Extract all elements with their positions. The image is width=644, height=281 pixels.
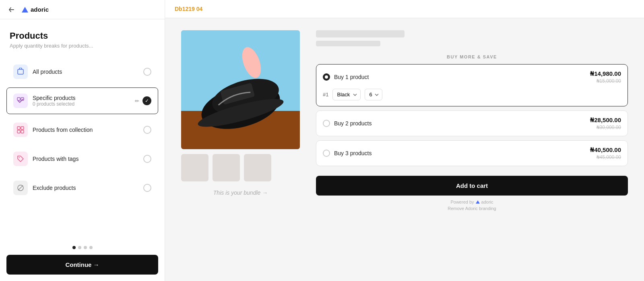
collection-icon (13, 123, 28, 137)
bundle-original-price-3: ₦45,000.00 (597, 154, 621, 160)
specific-products-sublabel: 0 products selected (33, 101, 130, 107)
tags-radio[interactable] (143, 155, 151, 163)
bundle-option-2[interactable]: Buy 2 products ₦28,500.00 ₦30,000.00 (316, 110, 628, 136)
product-name-skeleton (316, 30, 405, 37)
back-button[interactable] (6, 4, 18, 15)
sidebar-item-all-products[interactable]: All products (6, 58, 158, 85)
product-preview: This is your bundle → BUY MORE & SAVE Bu… (165, 18, 644, 223)
bundle-label-2: Buy 2 products (334, 120, 372, 127)
dot-2 (78, 246, 81, 249)
main-product-image (181, 30, 300, 149)
sidebar-subtitle: Apply quantity breaks for products... (10, 43, 155, 49)
buy-more-header: BUY MORE & SAVE (316, 54, 628, 59)
check-icon: ✓ (142, 96, 151, 105)
adoric-mini-logo-icon (476, 200, 480, 204)
logo-icon (22, 7, 28, 12)
bundle-option-1[interactable]: Buy 1 product ₦14,980.00 ₦15,000.00 #1 B… (316, 64, 628, 106)
bundle-radio-1[interactable] (323, 73, 330, 81)
preview-bar: Db1219 04 (165, 0, 644, 18)
collection-radio[interactable] (143, 126, 151, 134)
edit-icon[interactable]: ✏ (135, 98, 139, 104)
specific-products-icon (13, 94, 28, 108)
product-price-skeleton (316, 41, 380, 46)
exclude-radio[interactable] (143, 184, 151, 192)
collection-label: Products from collection (33, 127, 138, 133)
bundle-original-price-1: ₦15,000.00 (597, 78, 621, 84)
color-select[interactable]: Black White Blue (332, 89, 361, 100)
bundle-price-area-3: ₦40,500.00 ₦45,000.00 (590, 146, 621, 160)
dot-1 (72, 246, 76, 249)
bundle-original-price-2: ₦30,000.00 (597, 125, 621, 130)
dot-4 (89, 246, 93, 249)
bundle-text: This is your bundle → (181, 189, 300, 196)
svg-rect-6 (17, 130, 20, 133)
svg-rect-1 (18, 69, 23, 74)
logo: adoric (22, 6, 49, 13)
bundle-price-3: ₦40,500.00 (590, 146, 621, 154)
remove-branding[interactable]: Remove Adoric branding (316, 206, 628, 211)
sidebar-item-specific-products[interactable]: Specific products 0 products selected ✏ … (6, 87, 158, 114)
powered-by-text: Powered by (450, 200, 474, 204)
bundle-radio-2[interactable] (323, 120, 330, 127)
main-content: Db1219 04 (165, 0, 644, 281)
tags-label: Products with tags (33, 156, 138, 162)
exclude-text: Exclude products (33, 185, 138, 191)
thumbnail-row (181, 154, 300, 181)
add-to-cart-button[interactable]: Add to cart (316, 176, 628, 196)
tags-icon (13, 152, 28, 166)
continue-button[interactable]: Continue → (6, 255, 158, 275)
logo-text: adoric (31, 6, 49, 13)
bundle-radio-3[interactable] (323, 150, 330, 157)
sidebar-item-collection[interactable]: Products from collection (6, 117, 158, 143)
thumbnail-2[interactable] (213, 154, 240, 181)
sidebar-nav: All products Specific products 0 product… (0, 55, 165, 239)
bundle-price-area-2: ₦28,500.00 ₦30,000.00 (590, 117, 621, 130)
sidebar-item-exclude[interactable]: Exclude products (6, 175, 158, 201)
bundle-radio-label-3: Buy 3 products (323, 150, 372, 157)
svg-rect-4 (17, 127, 20, 129)
shoe-svg (181, 30, 300, 149)
collection-text: Products from collection (33, 127, 138, 133)
sidebar: Products Apply quantity breaks for produ… (0, 19, 165, 281)
quantity-select[interactable]: 6 5 4 3 2 1 (365, 89, 382, 100)
bundle-price-1: ₦14,980.00 (590, 70, 621, 77)
preview-title: Db1219 04 (175, 6, 202, 12)
powered-by-brand: adoric (481, 200, 493, 204)
tags-text: Products with tags (33, 156, 138, 162)
svg-point-8 (19, 157, 20, 158)
bundle-radio-label-2: Buy 2 products (323, 120, 372, 127)
svg-rect-7 (21, 130, 24, 133)
all-products-icon (13, 65, 28, 79)
svg-line-10 (18, 185, 23, 190)
thumbnail-1[interactable] (181, 154, 208, 181)
bundle-option-2-header: Buy 2 products ₦28,500.00 ₦30,000.00 (323, 117, 621, 130)
bundle-option-1-header: Buy 1 product ₦14,980.00 ₦15,000.00 (323, 70, 621, 84)
svg-rect-5 (21, 127, 24, 129)
pagination (6, 246, 158, 249)
sidebar-footer: Continue → (0, 239, 165, 281)
dot-3 (84, 246, 87, 249)
bundle-radio-label-1: Buy 1 product (323, 73, 369, 81)
specific-products-actions: ✏ ✓ (135, 96, 151, 105)
bundle-label-1: Buy 1 product (334, 74, 369, 80)
top-bar: adoric (0, 0, 165, 19)
all-products-radio[interactable] (143, 68, 151, 76)
sidebar-title: Products (10, 31, 155, 41)
powered-by: Powered by adoric (316, 200, 628, 204)
product-details: BUY MORE & SAVE Buy 1 product ₦14,980.00… (316, 30, 628, 211)
all-products-label: All products (33, 69, 138, 75)
bundle-selector-num: #1 (323, 92, 328, 98)
product-images: This is your bundle → (181, 30, 300, 196)
thumbnail-3[interactable] (244, 154, 271, 181)
exclude-icon (13, 181, 28, 195)
bundle-option-3[interactable]: Buy 3 products ₦40,500.00 ₦45,000.00 (316, 140, 628, 166)
sidebar-item-tags[interactable]: Products with tags (6, 146, 158, 172)
svg-rect-2 (17, 98, 20, 100)
bundle-price-2: ₦28,500.00 (590, 117, 621, 124)
exclude-label: Exclude products (33, 185, 138, 191)
bundle-option-3-header: Buy 3 products ₦40,500.00 ₦45,000.00 (323, 146, 621, 160)
specific-products-label: Specific products (33, 95, 130, 101)
bundle-label-3: Buy 3 products (334, 150, 372, 156)
specific-products-text: Specific products 0 products selected (33, 95, 130, 107)
all-products-text: All products (33, 69, 138, 75)
